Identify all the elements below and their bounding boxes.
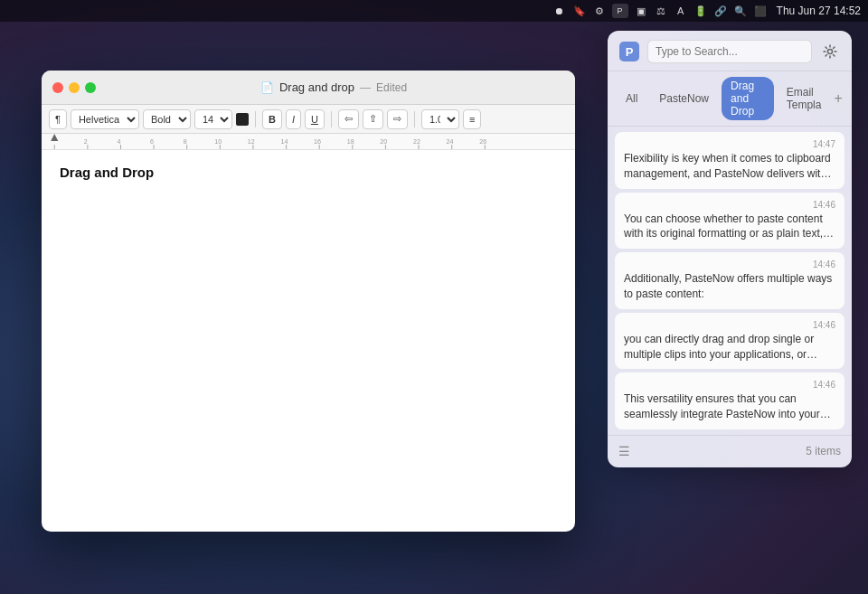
list-item[interactable]: 14:46 you can directly drag and drop sin… — [615, 313, 844, 370]
list-view-icon[interactable]: ☰ — [618, 444, 630, 458]
font-family-select[interactable]: Helvetica — [71, 109, 139, 129]
editor-toolbar: ¶ Helvetica Bold 14 B I U ⇦ ⇧ ⇨ 1.0 ≡ — [42, 105, 575, 134]
search-input[interactable] — [647, 40, 812, 63]
list-btn[interactable]: ≡ — [463, 109, 481, 129]
close-button[interactable] — [52, 82, 63, 93]
media-icon[interactable]: ▣ — [634, 4, 648, 18]
editor-title: Drag and drop — [279, 80, 354, 94]
text-icon[interactable]: A — [674, 4, 688, 18]
traffic-lights — [52, 82, 96, 93]
svg-text:26: 26 — [479, 138, 486, 145]
clip-text: This versatility ensures that you can se… — [624, 391, 835, 422]
paste-clip-list: 14:47 Flexibility is key when it comes t… — [608, 127, 852, 435]
clip-text: you can directly drag and drop single or… — [624, 332, 835, 363]
add-tab-button[interactable]: + — [834, 90, 843, 108]
clip-time: 14:46 — [624, 380, 835, 390]
divider-1 — [255, 111, 256, 127]
system-time: Thu Jun 27 14:52 — [777, 5, 861, 17]
list-item[interactable]: 14:46 This versatility ensures that you … — [615, 372, 844, 429]
italic-btn[interactable]: I — [286, 109, 301, 129]
svg-point-31 — [828, 50, 833, 54]
editor-titlebar: 📄 Drag and drop — Edited — [42, 71, 575, 105]
paste-panel: P All PasteNow Drag and Drop Email Templ… — [608, 31, 852, 467]
settings-button[interactable] — [819, 41, 841, 62]
tab-all[interactable]: All — [617, 90, 646, 108]
svg-text:8: 8 — [184, 138, 187, 145]
align-center-btn[interactable]: ⇧ — [363, 109, 383, 129]
equalizer-icon[interactable]: ⚖ — [654, 4, 668, 18]
gear-icon[interactable]: ⚙ — [592, 4, 607, 18]
svg-text:18: 18 — [347, 138, 354, 145]
align-left-btn[interactable]: ⇦ — [338, 109, 359, 129]
menu-bar: ⏺ 🔖 ⚙ P ▣ ⚖ A 🔋 🔗 🔍 ⬛ Thu Jun 27 14:52 — [0, 0, 868, 22]
battery-icon[interactable]: 🔋 — [693, 4, 708, 18]
record-icon[interactable]: ⏺ — [552, 4, 567, 18]
list-item[interactable]: 14:46 You can choose whether to paste co… — [615, 193, 844, 250]
paste-footer: ☰ 5 items — [608, 435, 852, 467]
maximize-button[interactable] — [85, 82, 96, 93]
svg-text:20: 20 — [380, 138, 387, 145]
font-weight-select[interactable]: Bold — [143, 109, 191, 129]
ruler-svg: 2 4 6 8 10 12 14 16 18 20 22 — [42, 134, 575, 150]
svg-text:2: 2 — [84, 138, 88, 145]
svg-rect-0 — [42, 134, 575, 150]
minimize-button[interactable] — [69, 82, 80, 93]
editor-title-area: 📄 Drag and drop — Edited — [103, 80, 564, 94]
title-separator: — — [360, 81, 371, 94]
clip-text: Flexibility is key when it comes to clip… — [624, 151, 835, 182]
divider-2 — [331, 111, 332, 127]
tab-drag-drop[interactable]: Drag and Drop — [722, 77, 774, 120]
paragraph-btn[interactable]: ¶ — [49, 109, 67, 129]
svg-text:10: 10 — [214, 138, 222, 145]
list-item[interactable]: 14:46 Additionally, PasteNow offers mult… — [615, 252, 844, 309]
bold-btn[interactable]: B — [262, 109, 282, 129]
svg-text:P: P — [626, 45, 634, 59]
clip-text: Additionally, PasteNow offers multiple w… — [624, 271, 835, 302]
editor-window: 📄 Drag and drop — Edited ¶ Helvetica Bol… — [42, 71, 575, 532]
airplay-icon[interactable]: ⬛ — [753, 4, 768, 18]
clip-time: 14:46 — [624, 200, 835, 210]
divider-3 — [414, 111, 415, 127]
svg-text:14: 14 — [280, 138, 288, 145]
settings-icon — [823, 44, 837, 59]
svg-text:16: 16 — [314, 138, 321, 145]
svg-text:4: 4 — [117, 138, 120, 145]
clip-time: 14:46 — [624, 320, 835, 330]
clip-time: 14:47 — [624, 139, 835, 149]
svg-text:6: 6 — [150, 138, 154, 145]
paste-header: P — [608, 31, 852, 71]
bookmark-icon[interactable]: 🔖 — [572, 4, 587, 18]
line-spacing-select[interactable]: 1.0 — [421, 109, 459, 129]
items-count: 5 items — [806, 445, 841, 457]
editor-content[interactable]: Drag and Drop — [42, 150, 575, 532]
clip-text: You can choose whether to paste content … — [624, 212, 835, 242]
font-size-select[interactable]: 14 — [194, 109, 232, 129]
search-icon[interactable]: 🔍 — [733, 4, 748, 18]
document-icon: 📄 — [260, 81, 274, 94]
tab-email[interactable]: Email Templa — [778, 83, 831, 114]
editor-ruler: 2 4 6 8 10 12 14 16 18 20 22 — [42, 134, 575, 150]
svg-text:12: 12 — [248, 138, 255, 145]
paste-logo-svg: P — [619, 42, 639, 61]
svg-text:22: 22 — [413, 138, 420, 145]
svg-text:24: 24 — [447, 138, 454, 145]
align-right-btn[interactable]: ⇨ — [387, 109, 408, 129]
editor-heading: Drag and Drop — [60, 165, 557, 180]
underline-btn[interactable]: U — [305, 109, 325, 129]
paste-tabs: All PasteNow Drag and Drop Email Templa … — [608, 71, 852, 127]
edited-badge: Edited — [376, 81, 407, 94]
link-icon[interactable]: 🔗 — [713, 4, 728, 18]
color-swatch[interactable] — [236, 113, 249, 126]
list-item[interactable]: 14:47 Flexibility is key when it comes t… — [615, 132, 844, 189]
paste-app-icon[interactable]: P — [612, 4, 628, 18]
paste-logo: P — [618, 41, 640, 62]
tab-pastenow[interactable]: PasteNow — [650, 90, 718, 108]
clip-time: 14:46 — [624, 259, 835, 269]
